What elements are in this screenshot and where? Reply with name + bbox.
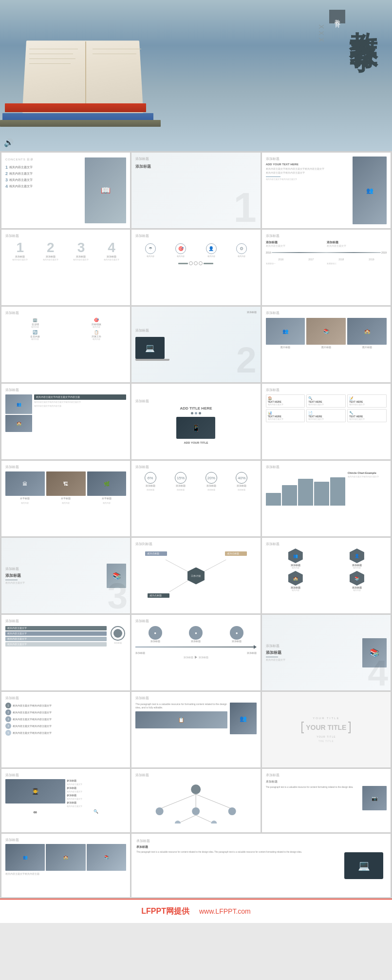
slide-add-title[interactable]: 添加标题 ADD TITLE HERE 📱 ADD YOUR TITLE — [131, 384, 260, 459]
tree-diagram — [135, 780, 256, 823]
slide-icons-row[interactable]: 添加标题 ☂ 相关内容 🎯 相关内容 👤 相关内容 ⚙ — [131, 230, 260, 305]
slide-timeline[interactable]: 添加标题 添加标题相关内容主题文字 添加标题相关内容主题文字 2016 2019… — [262, 230, 391, 305]
laptop-display: 💻 — [344, 852, 383, 879]
slide-flowchart[interactable]: 添加标题 ● 添加标题 ● 添加标题 ● 添 — [131, 615, 260, 690]
slide-four-nums[interactable]: 添加标题 1 添加标题 相关内容主题文字 2 添加标题 相关内容主题文字 3 添 — [1, 230, 130, 305]
slide-section4[interactable]: 添加标题 添加标题 相关内容主题文字 📚 4 — [262, 615, 391, 690]
icon-search: 🔍 — [93, 809, 98, 815]
svg-point-3 — [191, 784, 201, 794]
svg-line-10 — [178, 815, 196, 823]
svg-line-4 — [160, 794, 196, 809]
slide-three-items[interactable]: 添加标题 🏛 水平标题 🏗 水平标题 🌿 水平标题 — [1, 461, 130, 536]
toc-image: 📖 — [85, 157, 126, 223]
slide-laptop-text[interactable]: 承加标题 承加标题 The paragraph text is a valuab… — [131, 834, 391, 897]
slide-labels-grid[interactable]: 添加标题 🏢 全业绩 相关内容 🎯 目标绩效 相关内容 🔄 全员共振 — [1, 307, 130, 382]
slides-row-5: 添加标题 🏛 水平标题 🏗 水平标题 🌿 水平标题 — [1, 461, 391, 536]
laptop-icon: 💻 — [135, 337, 165, 359]
hero-title: 教育教学 — [349, 10, 377, 25]
slide-last-title[interactable]: 承加标题 承加标题 The paragraph text is a valuab… — [262, 769, 391, 832]
slides-row-6: 添加标题 添加标题 相关内容主题文字 📚 3 添加到标题 工作计划 成功点标题 … — [1, 538, 391, 613]
slide-bar-chart[interactable]: 添加标题 Chircle Chart Example — [262, 461, 391, 536]
slide-hexagons[interactable]: 添加标题 👥 添加标题 相关内容 👤 添加标题 相关内容 🏫 添加标题 — [262, 538, 391, 613]
slide-four-circles[interactable]: 添加标题 6% 添加标题 15% 添加标题 20% 添加标题 — [131, 461, 260, 536]
slide-five-items[interactable]: 添加标题 1 相关内容主题文字相关内容主题文字 2 相关内容主题文字相关内容主题… — [1, 692, 130, 767]
svg-point-7 — [156, 807, 164, 815]
svg-line-11 — [196, 815, 214, 823]
slides-row-3: 添加标题 🏢 全业绩 相关内容 🎯 目标绩效 相关内容 🔄 全员共振 — [1, 307, 391, 382]
slides-container: CONCENTS 目录 1 相关内容主题文字 2 相关内容主题文字 3 相关内容 — [0, 151, 392, 899]
watermark: LFPPT网提供 www.LFPPT.com — [0, 899, 392, 923]
slide-section3[interactable]: 添加标题 添加标题 相关内容主题文字 📚 3 — [1, 538, 130, 613]
hero-tag1: 教育 — [329, 10, 345, 23]
slide-three-images[interactable]: 添加标题 👥 图片标题 📚 图片标题 🏫 图片标题 — [262, 307, 391, 382]
slide-large-title-photo[interactable]: 添加标题 The paragraph text is a valuable re… — [131, 692, 260, 767]
bracket-right — [348, 722, 351, 733]
slides-row-8: 添加标题 1 相关内容主题文字相关内容主题文字 2 相关内容主题文字相关内容主题… — [1, 692, 391, 767]
slide-photo-text[interactable]: 添加标题 👥 🏫 相关内容主题文字内容主题文字内容主题 相关内容主题文字相关内容… — [1, 384, 130, 459]
svg-point-8 — [192, 807, 200, 815]
slide-steps[interactable]: 添加标题 相关内容主题文字 相关内容主题文字 相关内容主题文字 相关内容主题文字… — [1, 615, 130, 690]
slide-six-items[interactable]: 添加标题 🏠 TEXT HERE 相关内容主题文字 🔍 TEXT HERE 相关… — [262, 384, 391, 459]
slides-row-4: 添加标题 👥 🏫 相关内容主题文字内容主题文字内容主题 相关内容主题文字相关内容… — [1, 384, 391, 459]
svg-point-12 — [175, 821, 181, 823]
sound-icon[interactable]: 🔊 — [4, 138, 14, 147]
tablet-mockup: 📱 — [176, 417, 215, 439]
slides-row-2: 添加标题 1 添加标题 相关内容主题文字 2 添加标题 相关内容主题文字 3 添 — [1, 230, 391, 305]
slide-mindmap[interactable]: 添加到标题 工作计划 成功点标题 成功点标题 成功点标题 — [131, 538, 260, 613]
icon-infinity: ∞ — [34, 809, 37, 815]
slide-photos-icons[interactable]: 添加标题 👨‍🎓 参加标题 相关内容主题文字 参加标题 相关内容主题文字 参加标… — [1, 769, 130, 832]
slide-add-text[interactable]: 添加标题 ADD YOUR TEXT HERE 相关内容主题文字相关内容主题文字… — [262, 153, 391, 228]
slide-section1-marker[interactable]: 添加标题 添加标题 1 — [131, 153, 260, 228]
hero-decoration: XXX — [317, 24, 325, 44]
slide-three-small-photos[interactable]: 添加标题 👥 🏫 📚 相关内容主题文字相关内容主题 — [1, 834, 130, 897]
svg-point-9 — [228, 807, 236, 815]
bracket-left — [301, 722, 304, 733]
slide-toc[interactable]: CONCENTS 目录 1 相关内容主题文字 2 相关内容主题文字 3 相关内容 — [1, 153, 130, 228]
slide3-image: 👥 — [353, 157, 387, 224]
slides-row-9: 添加标题 👨‍🎓 参加标题 相关内容主题文字 参加标题 相关内容主题文字 参加标… — [1, 769, 391, 832]
slide-your-title[interactable]: YOUR TITLE YOUR TITLE YOUR TITLE THE TIT… — [262, 692, 391, 767]
slides-row-7: 添加标题 相关内容主题文字 相关内容主题文字 相关内容主题文字 相关内容主题文字… — [1, 615, 391, 690]
svg-line-6 — [196, 794, 232, 809]
slide-laptop-section2[interactable]: 添加标题 💻 添加标题 2 — [131, 307, 260, 382]
slide-tree-circles[interactable]: 添加标题 — [131, 769, 260, 832]
slides-row-10: 添加标题 👥 🏫 📚 相关内容主题文字相关内容主题 承加标题 承加标题 The … — [1, 834, 391, 897]
slides-row-1: CONCENTS 目录 1 相关内容主题文字 2 相关内容主题文字 3 相关内容 — [1, 153, 391, 228]
svg-point-13 — [211, 821, 217, 823]
hero-section: XXX 教育 教育教学 🔊 — [0, 0, 392, 151]
